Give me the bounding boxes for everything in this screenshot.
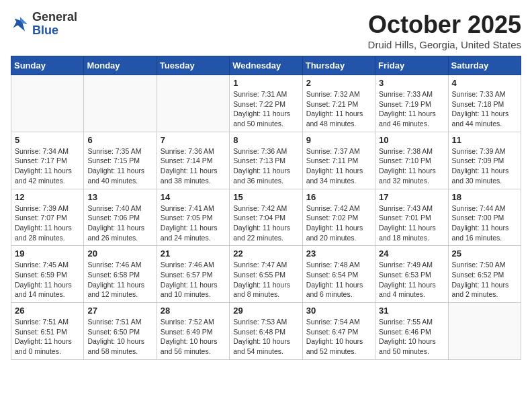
day-info: Sunrise: 7:46 AM Sunset: 6:58 PM Dayligh… — [87, 260, 152, 300]
calendar-cell: 29Sunrise: 7:53 AM Sunset: 6:48 PM Dayli… — [230, 303, 302, 360]
logo-blue-text: Blue — [32, 24, 77, 38]
calendar-cell: 21Sunrise: 7:46 AM Sunset: 6:57 PM Dayli… — [157, 246, 229, 303]
day-number: 8 — [233, 135, 298, 145]
day-number: 30 — [306, 306, 371, 316]
calendar-cell: 9Sunrise: 7:37 AM Sunset: 7:11 PM Daylig… — [302, 132, 375, 189]
calendar-table: SundayMondayTuesdayWednesdayThursdayFrid… — [11, 56, 521, 360]
title-area: October 2025 Druid Hills, Georgia, Unite… — [368, 11, 521, 50]
calendar-cell: 15Sunrise: 7:42 AM Sunset: 7:04 PM Dayli… — [230, 189, 302, 246]
day-info: Sunrise: 7:34 AM Sunset: 7:17 PM Dayligh… — [15, 146, 80, 186]
day-info: Sunrise: 7:33 AM Sunset: 7:19 PM Dayligh… — [379, 89, 444, 129]
calendar-cell: 5Sunrise: 7:34 AM Sunset: 7:17 PM Daylig… — [11, 132, 84, 189]
calendar-cell: 11Sunrise: 7:39 AM Sunset: 7:09 PM Dayli… — [448, 132, 521, 189]
calendar-cell: 12Sunrise: 7:39 AM Sunset: 7:07 PM Dayli… — [11, 189, 84, 246]
calendar-cell: 30Sunrise: 7:54 AM Sunset: 6:47 PM Dayli… — [302, 303, 375, 360]
calendar-cell: 17Sunrise: 7:43 AM Sunset: 7:01 PM Dayli… — [375, 189, 448, 246]
day-header-thursday: Thursday — [302, 56, 375, 75]
calendar-cell: 22Sunrise: 7:47 AM Sunset: 6:55 PM Dayli… — [230, 246, 302, 303]
day-number: 31 — [379, 306, 444, 316]
day-info: Sunrise: 7:41 AM Sunset: 7:05 PM Dayligh… — [161, 203, 226, 243]
day-info: Sunrise: 7:42 AM Sunset: 7:02 PM Dayligh… — [306, 203, 371, 243]
day-number: 23 — [306, 248, 371, 259]
day-info: Sunrise: 7:53 AM Sunset: 6:48 PM Dayligh… — [233, 317, 298, 357]
day-info: Sunrise: 7:51 AM Sunset: 6:51 PM Dayligh… — [15, 317, 80, 357]
day-number: 19 — [15, 248, 80, 259]
day-info: Sunrise: 7:39 AM Sunset: 7:09 PM Dayligh… — [452, 146, 517, 186]
day-info: Sunrise: 7:43 AM Sunset: 7:01 PM Dayligh… — [379, 203, 444, 243]
calendar-cell — [11, 75, 84, 132]
calendar-cell: 1Sunrise: 7:31 AM Sunset: 7:22 PM Daylig… — [230, 75, 302, 132]
calendar-cell — [448, 303, 521, 360]
day-info: Sunrise: 7:32 AM Sunset: 7:21 PM Dayligh… — [306, 89, 371, 129]
day-number: 22 — [233, 248, 298, 259]
calendar-cell: 16Sunrise: 7:42 AM Sunset: 7:02 PM Dayli… — [302, 189, 375, 246]
calendar-cell: 18Sunrise: 7:44 AM Sunset: 7:00 PM Dayli… — [448, 189, 521, 246]
day-number: 13 — [87, 192, 152, 202]
month-title: October 2025 — [368, 11, 521, 39]
calendar-cell: 23Sunrise: 7:48 AM Sunset: 6:54 PM Dayli… — [302, 246, 375, 303]
calendar-cell — [157, 75, 229, 132]
calendar-cell: 20Sunrise: 7:46 AM Sunset: 6:58 PM Dayli… — [84, 246, 157, 303]
calendar-cell: 3Sunrise: 7:33 AM Sunset: 7:19 PM Daylig… — [375, 75, 448, 132]
day-number: 24 — [379, 248, 444, 259]
day-number: 2 — [306, 78, 371, 88]
day-info: Sunrise: 7:40 AM Sunset: 7:06 PM Dayligh… — [87, 203, 152, 243]
day-number: 5 — [15, 135, 80, 145]
calendar-week-row: 1Sunrise: 7:31 AM Sunset: 7:22 PM Daylig… — [11, 75, 521, 132]
calendar-week-row: 5Sunrise: 7:34 AM Sunset: 7:17 PM Daylig… — [11, 132, 521, 189]
day-info: Sunrise: 7:52 AM Sunset: 6:49 PM Dayligh… — [161, 317, 226, 357]
location-title: Druid Hills, Georgia, United States — [368, 39, 521, 50]
day-info: Sunrise: 7:39 AM Sunset: 7:07 PM Dayligh… — [15, 203, 80, 243]
day-info: Sunrise: 7:45 AM Sunset: 6:59 PM Dayligh… — [15, 260, 80, 300]
calendar-cell: 2Sunrise: 7:32 AM Sunset: 7:21 PM Daylig… — [302, 75, 375, 132]
calendar-cell — [84, 75, 157, 132]
day-info: Sunrise: 7:44 AM Sunset: 7:00 PM Dayligh… — [452, 203, 517, 243]
day-header-wednesday: Wednesday — [230, 56, 302, 75]
day-header-monday: Monday — [84, 56, 157, 75]
calendar-cell: 31Sunrise: 7:55 AM Sunset: 6:46 PM Dayli… — [375, 303, 448, 360]
day-number: 1 — [233, 78, 298, 88]
calendar-week-row: 12Sunrise: 7:39 AM Sunset: 7:07 PM Dayli… — [11, 189, 521, 246]
calendar-header-row: SundayMondayTuesdayWednesdayThursdayFrid… — [11, 56, 521, 75]
day-number: 28 — [161, 306, 226, 316]
calendar-cell: 10Sunrise: 7:38 AM Sunset: 7:10 PM Dayli… — [375, 132, 448, 189]
day-number: 9 — [306, 135, 371, 145]
day-number: 4 — [452, 78, 517, 88]
day-info: Sunrise: 7:48 AM Sunset: 6:54 PM Dayligh… — [306, 260, 371, 300]
day-number: 14 — [161, 192, 226, 202]
day-info: Sunrise: 7:38 AM Sunset: 7:10 PM Dayligh… — [379, 146, 444, 186]
calendar-cell: 4Sunrise: 7:33 AM Sunset: 7:18 PM Daylig… — [448, 75, 521, 132]
calendar-cell: 14Sunrise: 7:41 AM Sunset: 7:05 PM Dayli… — [157, 189, 229, 246]
calendar-cell: 8Sunrise: 7:36 AM Sunset: 7:13 PM Daylig… — [230, 132, 302, 189]
calendar-cell: 28Sunrise: 7:52 AM Sunset: 6:49 PM Dayli… — [157, 303, 229, 360]
day-number: 17 — [379, 192, 444, 202]
logo-text: General Blue — [32, 11, 77, 38]
day-info: Sunrise: 7:46 AM Sunset: 6:57 PM Dayligh… — [161, 260, 226, 300]
day-info: Sunrise: 7:33 AM Sunset: 7:18 PM Dayligh… — [452, 89, 517, 129]
day-number: 18 — [452, 192, 517, 202]
calendar-week-row: 26Sunrise: 7:51 AM Sunset: 6:51 PM Dayli… — [11, 303, 521, 360]
page-header: General Blue October 2025 Druid Hills, G… — [11, 11, 521, 50]
day-number: 29 — [233, 306, 298, 316]
day-number: 11 — [452, 135, 517, 145]
day-header-saturday: Saturday — [448, 56, 521, 75]
day-number: 25 — [452, 248, 517, 259]
day-number: 20 — [87, 248, 152, 259]
day-info: Sunrise: 7:36 AM Sunset: 7:14 PM Dayligh… — [161, 146, 226, 186]
calendar-cell: 13Sunrise: 7:40 AM Sunset: 7:06 PM Dayli… — [84, 189, 157, 246]
logo-general-text: General — [32, 11, 77, 24]
logo-bird-icon — [11, 15, 30, 34]
calendar-cell: 25Sunrise: 7:50 AM Sunset: 6:52 PM Dayli… — [448, 246, 521, 303]
logo: General Blue — [11, 11, 77, 38]
calendar-cell: 6Sunrise: 7:35 AM Sunset: 7:15 PM Daylig… — [84, 132, 157, 189]
day-header-sunday: Sunday — [11, 56, 84, 75]
calendar-cell: 24Sunrise: 7:49 AM Sunset: 6:53 PM Dayli… — [375, 246, 448, 303]
day-info: Sunrise: 7:36 AM Sunset: 7:13 PM Dayligh… — [233, 146, 298, 186]
day-info: Sunrise: 7:49 AM Sunset: 6:53 PM Dayligh… — [379, 260, 444, 300]
calendar-cell: 19Sunrise: 7:45 AM Sunset: 6:59 PM Dayli… — [11, 246, 84, 303]
day-info: Sunrise: 7:37 AM Sunset: 7:11 PM Dayligh… — [306, 146, 371, 186]
day-number: 10 — [379, 135, 444, 145]
day-number: 26 — [15, 306, 80, 316]
day-number: 12 — [15, 192, 80, 202]
day-info: Sunrise: 7:51 AM Sunset: 6:50 PM Dayligh… — [87, 317, 152, 357]
